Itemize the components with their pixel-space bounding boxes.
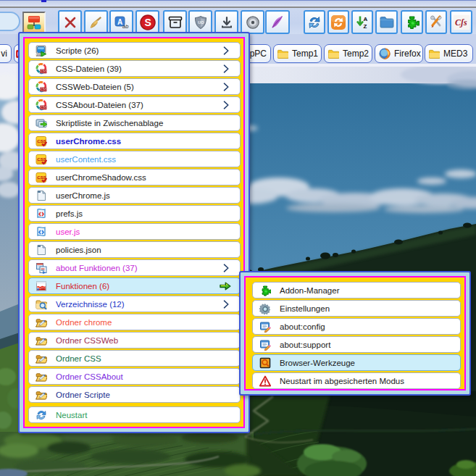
svg-text:Cʃs: Cʃs (455, 17, 467, 28)
svg-text:UO: UO (198, 20, 204, 24)
svg-text:ab: ab (122, 23, 128, 29)
svg-text:S: S (144, 17, 151, 28)
svg-text:A: A (364, 16, 368, 22)
svg-text:Z: Z (364, 23, 367, 30)
